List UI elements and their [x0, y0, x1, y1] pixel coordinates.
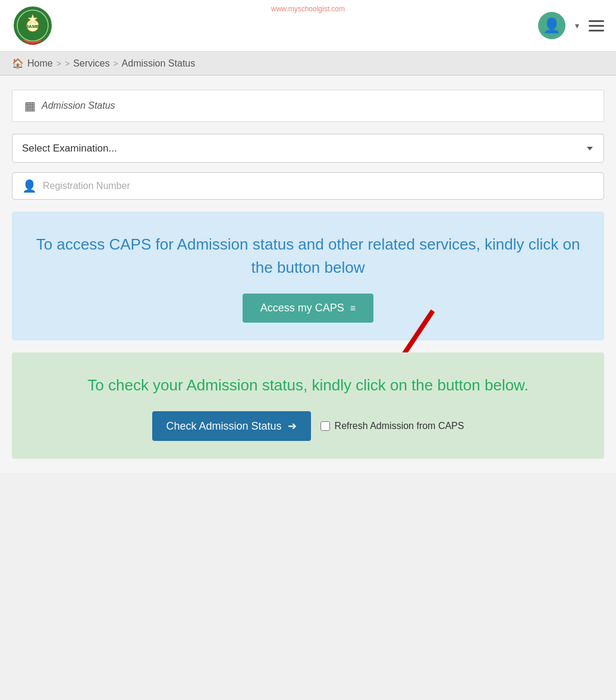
chevron-down-icon[interactable]: ▾ — [575, 21, 579, 30]
caps-info-text: To access CAPS for Admission status and … — [24, 233, 592, 279]
header-right: 👤 ▾ — [538, 12, 604, 39]
admission-bottom: Check Admission Status ➔ Refresh Admissi… — [24, 411, 592, 441]
header: JAMB 👤 ▾ — [0, 0, 616, 52]
logo-icon: JAMB — [12, 5, 54, 46]
header-left: JAMB — [12, 5, 54, 46]
caps-button-icon: ≡ — [350, 303, 356, 314]
breadcrumb-home[interactable]: Home — [27, 58, 53, 69]
caps-info-box: To access CAPS for Admission status and … — [12, 212, 604, 340]
reg-number-wrapper: 👤 — [12, 172, 604, 200]
admission-info-text: To check your Admission status, kindly c… — [24, 374, 592, 397]
page-title: Admission Status — [42, 100, 115, 111]
page-title-icon: ▦ — [24, 99, 36, 113]
admission-section-wrapper: To check your Admission status, kindly c… — [12, 352, 604, 459]
main-content: ▦ Admission Status Select Examination...… — [0, 75, 616, 473]
refresh-section: Refresh Admission from CAPS — [320, 421, 464, 431]
breadcrumb-current: Admission Status — [122, 58, 196, 69]
breadcrumb-sep-2: > — [65, 59, 70, 68]
check-admission-icon: ➔ — [288, 420, 297, 433]
user-icon: 👤 — [22, 179, 37, 193]
breadcrumb-sep-1: > — [56, 59, 61, 68]
refresh-label: Refresh Admission from CAPS — [335, 421, 464, 431]
breadcrumb-sep-3: > — [113, 59, 118, 68]
check-admission-label: Check Admission Status — [166, 420, 282, 433]
refresh-checkbox[interactable] — [320, 421, 330, 431]
page-title-section: ▦ Admission Status — [12, 90, 604, 122]
avatar-icon: 👤 — [543, 17, 561, 34]
breadcrumb: 🏠 Home > > Services > Admission Status — [0, 52, 616, 75]
select-examination[interactable]: Select Examination... — [12, 134, 604, 163]
access-caps-button[interactable]: Access my CAPS ≡ — [243, 294, 373, 323]
svg-text:JAMB: JAMB — [26, 24, 40, 29]
admission-info-box: To check your Admission status, kindly c… — [12, 352, 604, 459]
reg-number-input[interactable] — [43, 181, 594, 191]
check-admission-button[interactable]: Check Admission Status ➔ — [152, 411, 311, 441]
breadcrumb-services[interactable]: Services — [73, 58, 109, 69]
home-icon: 🏠 — [12, 58, 24, 69]
caps-button-label: Access my CAPS — [260, 302, 344, 314]
avatar[interactable]: 👤 — [538, 12, 565, 39]
hamburger-menu[interactable] — [589, 20, 604, 31]
